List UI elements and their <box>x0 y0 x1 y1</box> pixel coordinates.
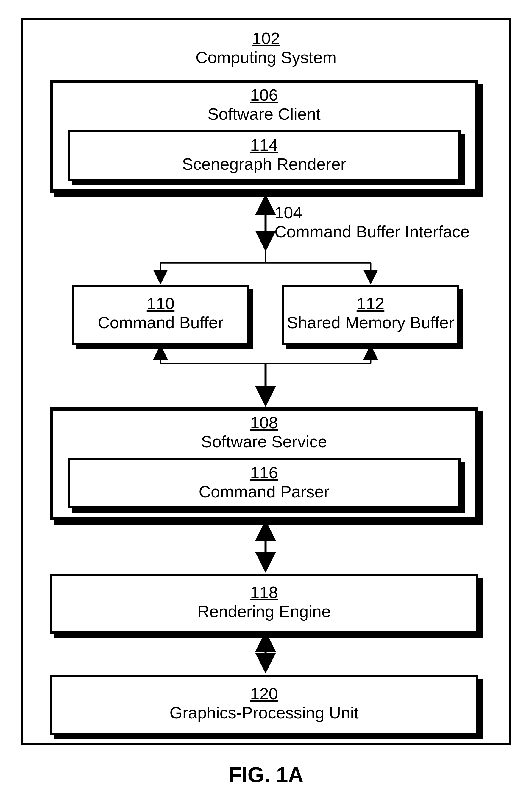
connectors <box>23 20 509 743</box>
diagram-page: 102 Computing System 106 Software Client… <box>0 0 532 795</box>
figure-label: FIG. 1A <box>0 762 532 787</box>
computing-system-container: 102 Computing System 106 Software Client… <box>21 18 511 745</box>
